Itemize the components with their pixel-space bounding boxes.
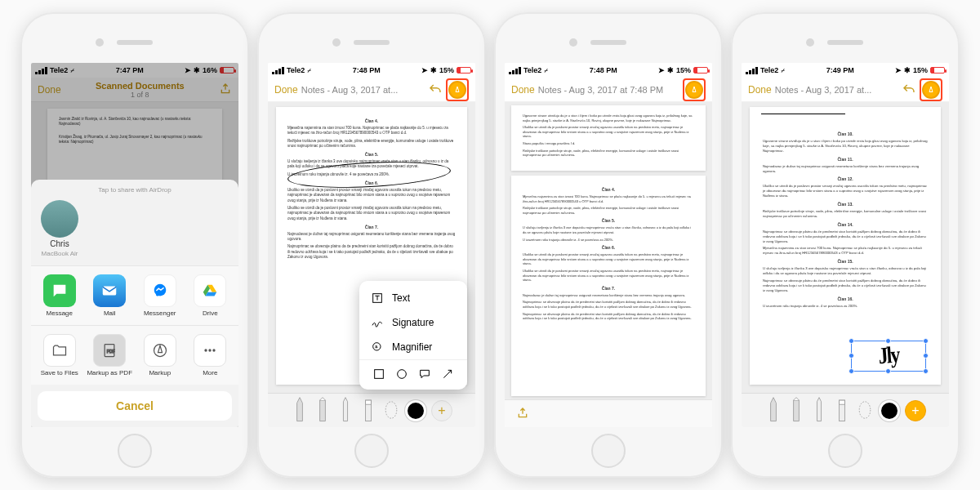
share-app-message[interactable]: Message [37,274,82,317]
document-page-2[interactable]: Ugovorne strane utvrđuju da je u stan i … [511,105,706,171]
share-sheet: Tap to share with AirDrop Chris MacBook … [31,180,238,427]
svg-text:PDF: PDF [107,349,115,354]
share-app-mail[interactable]: Mail [87,274,132,317]
popup-text[interactable]: Text [359,286,467,310]
svg-text:a: a [375,344,377,349]
svg-rect-11 [375,370,384,379]
bottom-toolbar [505,399,712,427]
color-well[interactable] [405,400,426,421]
share-icon[interactable] [516,407,529,421]
document-page[interactable]: Član 10. Ugovorne strane utvrđuju da je … [750,107,941,385]
add-annotation-popup: Text Signature a Magnifier [359,281,467,390]
tool-eraser[interactable] [359,396,377,424]
phone-3-scroll-view: Tele2⌿ 7:48 PM ➤✱15% Done Notes - Aug 3,… [494,12,723,478]
note-title: Notes - Aug 3, 2017 at... [301,85,428,95]
tool-eraser[interactable] [833,396,851,424]
airdrop-contact-device: MacBook Air [42,250,78,257]
tool-pencil[interactable] [336,396,354,424]
nav-bar: Done Notes - Aug 3, 2017 at... [742,78,949,102]
add-annotation-button[interactable]: + [431,400,452,421]
shape-circle[interactable] [394,367,409,381]
svg-point-12 [398,370,407,379]
status-bar: Tele2⌿ 7:48 PM ➤✱15% [268,63,475,78]
share-app-messenger[interactable]: Messenger [137,274,183,317]
airdrop-contact-name: Chris [50,239,69,248]
tool-pencil[interactable] [810,396,828,424]
svg-point-15 [385,402,397,418]
markup-button[interactable] [685,81,703,99]
undo-icon[interactable] [902,82,916,97]
share-actions-row: Save to Files PDF Markup as PDF Markup M… [31,325,238,385]
note-title: Notes - Aug 3, 2017 at 7:48 PM [538,85,683,95]
highlight-markup-button [683,78,706,101]
cancel-button[interactable]: Cancel [38,391,232,421]
done-button[interactable]: Done [274,84,298,96]
popup-magnifier[interactable]: a Magnifier [359,335,467,359]
phone-1-share-sheet: Tele2⌿ 7:47 PM ➤✱16% Done Scanned Docume… [20,12,249,478]
done-button[interactable]: Done [511,84,535,96]
action-save-to-files[interactable]: Save to Files [37,334,82,376]
markup-button[interactable] [448,81,466,99]
highlight-markup-button [920,78,942,101]
done-button[interactable]: Done [748,84,772,96]
color-well[interactable] [879,400,900,421]
shape-square[interactable] [372,367,386,381]
svg-rect-0 [103,287,117,296]
tool-lasso[interactable] [382,396,400,424]
svg-point-5 [205,349,207,351]
note-title: Notes - Aug 3, 2017 at... [775,85,902,95]
action-markup-as-pdf[interactable]: PDF Markup as PDF [87,334,132,376]
tool-marker[interactable] [314,396,332,424]
signature-image[interactable]: Jly [851,336,927,376]
svg-rect-17 [840,400,845,404]
share-apps-row: Message Mail Messenger Drive [31,265,238,325]
popup-shapes-row [359,359,467,385]
svg-point-6 [209,349,212,351]
status-bar: Tele2⌿ 7:49 PM ➤✱15% [742,63,949,78]
share-app-drive[interactable]: Drive [187,274,233,317]
phone-2-markup-popup: Tele2⌿ 7:48 PM ➤✱15% Done Notes - Aug 3,… [257,12,486,478]
nav-bar: Done Notes - Aug 3, 2017 at... [268,78,475,102]
tool-pen[interactable] [764,396,782,424]
airdrop-contact-avatar[interactable] [41,200,78,238]
status-bar: Tele2⌿ 7:48 PM ➤✱15% [505,63,712,78]
markup-toolbar: + [268,393,475,427]
markup-toolbar: + [742,393,949,427]
svg-point-7 [213,349,216,351]
svg-point-18 [859,402,871,418]
tool-lasso[interactable] [856,396,874,424]
action-markup[interactable]: Markup [137,334,183,376]
airdrop-hint: Tap to share with AirDrop [31,185,238,195]
undo-icon[interactable] [428,82,443,97]
document-page-3[interactable]: Član 4. Mjesečna najamnina za stan iznos… [511,176,706,396]
highlight-markup-button [446,78,469,101]
action-more[interactable]: More [187,334,233,376]
shape-arrow[interactable] [440,367,455,381]
tool-marker[interactable] [787,396,805,424]
nav-bar: Done Notes - Aug 3, 2017 at 7:48 PM [505,78,712,102]
markup-button[interactable] [922,81,940,99]
shape-speech[interactable] [417,367,432,381]
popup-signature[interactable]: Signature [359,310,467,335]
tool-pen[interactable] [291,396,309,424]
svg-rect-14 [366,400,372,404]
add-annotation-button[interactable]: + [905,400,926,421]
phone-4-signature-placed: Tele2⌿ 7:49 PM ➤✱15% Done Notes - Aug 3,… [731,12,960,478]
signature-selection[interactable]: Jly [851,341,926,372]
